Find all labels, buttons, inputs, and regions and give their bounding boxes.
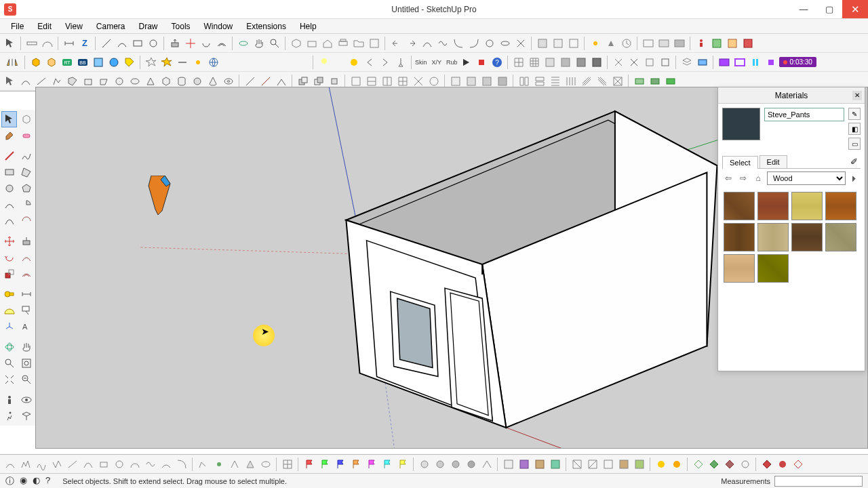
- tool-weld2-icon[interactable]: [191, 55, 205, 70]
- bt-t4-icon[interactable]: [616, 457, 631, 472]
- tool-x1-icon[interactable]: [611, 55, 626, 70]
- bt-d2-icon[interactable]: [707, 457, 722, 472]
- tool-shadow-icon[interactable]: [604, 36, 618, 51]
- bt-10-icon[interactable]: [143, 457, 158, 472]
- materials-category-select[interactable]: Wood: [767, 171, 846, 185]
- menu-edit[interactable]: Edit: [31, 20, 58, 33]
- status-help-icon[interactable]: ?: [45, 475, 50, 487]
- bt-13-icon[interactable]: [196, 457, 211, 472]
- tool-explode2-icon[interactable]: [159, 55, 174, 70]
- lt-look-icon[interactable]: [18, 392, 34, 408]
- bt-d1-icon[interactable]: [691, 457, 706, 472]
- bt-c2-icon[interactable]: [433, 457, 448, 472]
- bt-flag5-icon[interactable]: [364, 457, 379, 472]
- tool-tex-icon[interactable]: [91, 55, 106, 70]
- tool-x4-icon[interactable]: [658, 55, 673, 70]
- materials-tab-select[interactable]: Select: [722, 156, 758, 169]
- bt-4-icon[interactable]: [50, 457, 64, 472]
- material-name-input[interactable]: [764, 108, 844, 121]
- lt-poly-icon[interactable]: [18, 180, 34, 197]
- bt-p1-icon[interactable]: [501, 457, 516, 472]
- tool-rotate-icon[interactable]: [199, 36, 214, 51]
- material-preview-swatch[interactable]: [722, 108, 760, 140]
- tool-x3-icon[interactable]: [642, 55, 657, 70]
- tool-curve4-icon[interactable]: [467, 36, 481, 51]
- tool-rec-frame-icon[interactable]: [732, 55, 747, 70]
- lt-text-icon[interactable]: [18, 302, 34, 319]
- bt-flag7-icon[interactable]: [395, 457, 410, 472]
- materials-tab-edit[interactable]: Edit: [760, 155, 787, 168]
- lt-eraser-icon[interactable]: [18, 127, 34, 144]
- swatch-wood-1[interactable]: [724, 192, 755, 220]
- bt-5-icon[interactable]: [65, 457, 80, 472]
- tool-weld1-icon[interactable]: [175, 55, 190, 70]
- lt-pan-icon[interactable]: [18, 339, 34, 355]
- materials-menu-button[interactable]: ⏵: [848, 172, 861, 184]
- tool-back-icon[interactable]: [362, 55, 377, 70]
- tool-protractor-icon[interactable]: [40, 36, 55, 51]
- tool-stop-icon[interactable]: [474, 55, 489, 70]
- lt-select-icon[interactable]: [1, 111, 17, 127]
- tool-undo-icon[interactable]: [389, 36, 403, 51]
- tool-plugin2-icon[interactable]: [725, 36, 740, 51]
- tool-ball-y-icon[interactable]: [347, 55, 361, 70]
- tool-line-icon[interactable]: [99, 36, 114, 51]
- material-create-button[interactable]: ✎: [848, 108, 861, 120]
- tool-pin-icon[interactable]: [393, 55, 408, 70]
- tool-house-icon[interactable]: [320, 36, 335, 51]
- tool-light-icon[interactable]: [317, 55, 332, 70]
- lt-protractor-icon[interactable]: [1, 302, 17, 319]
- lt-offset-icon[interactable]: [18, 266, 34, 282]
- swatch-wood-10[interactable]: [757, 254, 789, 283]
- bt-p4-icon[interactable]: [548, 457, 563, 472]
- tool-select-icon[interactable]: [3, 36, 18, 51]
- lt-followme-icon[interactable]: [18, 249, 34, 266]
- swatch-wood-2[interactable]: [757, 192, 789, 220]
- bt-p3-icon[interactable]: [532, 457, 547, 472]
- tool-grid3-icon[interactable]: [542, 55, 557, 70]
- lt-rotrect-icon[interactable]: [18, 164, 34, 180]
- swatch-wood-7[interactable]: [791, 223, 823, 251]
- menu-help[interactable]: Help: [293, 20, 323, 33]
- swatch-wood-8[interactable]: [825, 223, 856, 251]
- tool-axes-z-icon[interactable]: Z: [77, 36, 92, 51]
- bt-flag4-icon[interactable]: [349, 457, 363, 472]
- bt-11-icon[interactable]: [159, 457, 174, 472]
- tool-person-icon[interactable]: [694, 36, 709, 51]
- close-button[interactable]: ✕: [842, 0, 868, 18]
- lt-move-icon[interactable]: [1, 233, 17, 249]
- bt-flag3-icon[interactable]: [333, 457, 348, 472]
- tool-curve6-icon[interactable]: [498, 36, 513, 51]
- tool-bb-icon[interactable]: BB: [75, 55, 90, 70]
- maximize-button[interactable]: ▢: [816, 0, 842, 18]
- lt-zoom-icon[interactable]: [1, 355, 17, 371]
- tool-grid2-icon[interactable]: [527, 55, 542, 70]
- tool-rec-pause-icon[interactable]: [748, 55, 763, 70]
- tool-tape-icon[interactable]: [24, 36, 39, 51]
- swatch-wood-3[interactable]: [791, 192, 823, 220]
- tool-redo-icon[interactable]: [404, 36, 419, 51]
- bt-16-icon[interactable]: [243, 457, 258, 472]
- tool-clock-icon[interactable]: [619, 36, 634, 51]
- tool-play-icon[interactable]: [458, 55, 473, 70]
- tool-save-icon[interactable]: [367, 36, 382, 51]
- tool-style3-icon[interactable]: [566, 36, 581, 51]
- swatch-wood-9[interactable]: [724, 254, 755, 283]
- lt-zoomwin-icon[interactable]: [18, 355, 34, 371]
- lt-axes-icon[interactable]: [1, 319, 17, 335]
- tool-offset-icon[interactable]: [214, 36, 229, 51]
- bt-14-icon[interactable]: [212, 457, 226, 472]
- tool-curve2-icon[interactable]: [435, 36, 450, 51]
- eyedropper-icon[interactable]: ✐: [850, 157, 858, 167]
- bt-12-icon[interactable]: [174, 457, 189, 472]
- lt-rotate-icon[interactable]: [1, 249, 17, 266]
- bt-3-icon[interactable]: [34, 457, 49, 472]
- tool-grid1-icon[interactable]: [511, 55, 526, 70]
- tool-pan-icon[interactable]: [252, 36, 267, 51]
- bt-flag2-icon[interactable]: [317, 457, 332, 472]
- lt-2arc-icon[interactable]: [1, 213, 17, 229]
- bt-y2-icon[interactable]: [669, 457, 684, 472]
- lt-pie-icon[interactable]: [18, 197, 34, 213]
- status-user-icon[interactable]: ◉: [20, 475, 27, 487]
- tool-cube2-icon[interactable]: [44, 55, 59, 70]
